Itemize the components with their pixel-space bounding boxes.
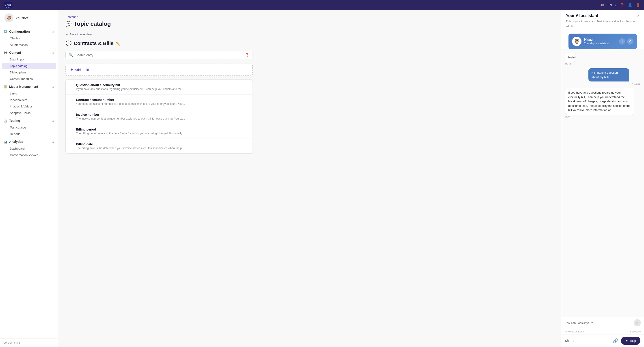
chat-bubble-assistant: If you have any questions regarding your…: [565, 88, 634, 115]
help-icon[interactable]: ❓: [620, 3, 624, 7]
share-link-icon[interactable]: 🔗: [613, 338, 618, 344]
topic-item[interactable]: ⣿ Invoice number The invoice number is a…: [66, 109, 253, 124]
chevron-icon: ›: [615, 3, 616, 6]
topic-catalog-icon: 💬: [66, 21, 72, 27]
chat-bot-subtitle: Your digital assistant: [584, 42, 616, 45]
logo[interactable]: K AUZ aiStudio: [4, 2, 12, 8]
chevron-down-icon-content: ▲: [52, 51, 54, 54]
chat-message-assistant: If you have any questions regarding your…: [565, 88, 640, 118]
topic-description: Your contract account number is a unique…: [76, 102, 248, 105]
topic-item[interactable]: ⣿ Contract account number Your contract …: [66, 94, 253, 109]
nav-item-ai-interaction[interactable]: AI Interaction: [0, 42, 58, 48]
nav-item-dashboard[interactable]: Dashboard: [0, 145, 58, 152]
language-label[interactable]: EN: [608, 3, 612, 7]
nav-item-adaptive-cards[interactable]: Adaptive Cards: [0, 110, 58, 116]
nav-item-data-import[interactable]: Data import: [0, 56, 58, 63]
topic-item[interactable]: ⣿ Billing date The billing date is the d…: [66, 139, 253, 154]
send-button[interactable]: ➤: [634, 319, 641, 327]
chat-message-hello: Hello! 15:17: [565, 53, 640, 66]
nav-section-header-testing[interactable]: 🔬 Testing ▲: [0, 117, 58, 124]
topic-description: The invoice number is a unique number as…: [76, 117, 248, 120]
feedback-link[interactable]: Feedback: [630, 330, 641, 333]
nav-section-analytics: 📊 Analytics ▲ Dashboard Conversation-Vie…: [0, 138, 58, 158]
help-button[interactable]: ✦ Help: [621, 337, 640, 345]
flask-icon: 🔬: [4, 119, 8, 122]
version-label: Version: 6.3.3: [4, 341, 20, 344]
main-content: Content / 💬 Topic catalog ← Back to over…: [58, 0, 561, 347]
nav-item-links[interactable]: Links: [0, 90, 58, 97]
bot-name: kauzbot: [16, 16, 28, 20]
chat-time-hello: 15:17: [565, 63, 579, 66]
arrow-left-icon: ←: [66, 33, 68, 36]
nav-item-placeholders[interactable]: Placeholders: [0, 97, 58, 103]
ai-panel-header: Your AI assistant × This is your AI assi…: [561, 10, 644, 31]
nav-item-dialog-plans[interactable]: Dialog plans: [0, 69, 58, 76]
sidebar-brand: 🦉 kauzbot: [0, 10, 58, 26]
topic-description: If you have any questions regarding your…: [76, 87, 248, 91]
gear-icon: ⚙️: [4, 30, 8, 33]
nav-section-header-configuration[interactable]: ⚙️ Configuration ▲: [0, 28, 58, 35]
search-input[interactable]: [76, 53, 243, 57]
chat-input[interactable]: [564, 321, 632, 325]
edit-icon[interactable]: ✏️: [116, 41, 120, 46]
chat-bot-name: Kauz: [584, 38, 616, 42]
nav-item-images-videos[interactable]: Images & Videos: [0, 103, 58, 110]
topic-item[interactable]: ⣿ Question about electricity bill If you…: [66, 79, 253, 94]
profile-icon[interactable]: 👤: [628, 3, 632, 7]
ai-panel-description: This is your AI assistant. Test it here …: [566, 19, 640, 28]
nav-item-test-catalog[interactable]: Test catalog: [0, 124, 58, 131]
breadcrumb-content[interactable]: Content: [66, 15, 76, 18]
drag-handle-icon: ⣿: [70, 128, 73, 132]
topic-content: Invoice number The invoice number is a u…: [76, 113, 248, 120]
chat-body: Hello! 15:17 Hi! i have a question about…: [561, 49, 644, 317]
language-selector[interactable]: 🇬🇧: [600, 3, 604, 7]
nav-item-topic-catalog[interactable]: Topic catalog: [2, 63, 56, 69]
topic-name: Contract account number: [76, 98, 248, 102]
star-icon: ✦: [626, 339, 628, 343]
breadcrumb-separator: /: [77, 15, 78, 18]
svg-text:aiStudio: aiStudio: [4, 6, 11, 8]
chat-bot-info: Kauz Your digital assistant: [584, 38, 616, 45]
topbar-actions: 🇬🇧 EN › ❓ 👤 🚪: [600, 3, 640, 7]
add-topic-button[interactable]: + Add topic: [66, 64, 253, 76]
image-icon: 🖼️: [4, 85, 8, 88]
topic-description: The billing date is the date when your i…: [76, 147, 248, 150]
ai-panel-title: Your AI assistant: [566, 13, 598, 18]
chat-time-user: ✓ 15:25: [588, 82, 641, 85]
nav-section-header-analytics[interactable]: 📊 Analytics ▲: [0, 138, 58, 145]
chat-message-user: Hi! i have a question about my bills. ✓ …: [565, 68, 640, 85]
nav-item-conversation-viewer[interactable]: Conversation-Viewer: [0, 152, 58, 158]
breadcrumb: Content /: [66, 15, 253, 18]
chat-header: 🦉 Kauz Your digital assistant ℹ ↺: [568, 33, 637, 49]
powered-by-label: Powered by Kauz: [564, 330, 584, 333]
search-help-icon[interactable]: ❓: [245, 53, 250, 57]
back-to-overview[interactable]: ← Back to overview: [66, 33, 253, 36]
nav-section-header-content[interactable]: 💬 Content ▲: [0, 49, 58, 56]
search-icon: 🔍: [69, 53, 73, 57]
topic-name: Question about electricity bill: [76, 83, 248, 87]
topic-content: Contract account number Your contract ac…: [76, 98, 248, 105]
chat-refresh-button[interactable]: ↺: [627, 38, 633, 44]
nav-section-testing: 🔬 Testing ▲ Test catalog Reports: [0, 117, 58, 137]
topic-name: Invoice number: [76, 113, 248, 116]
sidebar-nav: ⚙️ Configuration ▲ Chatbot AI Interactio…: [0, 26, 58, 338]
nav-section-header-media[interactable]: 🖼️ Media Management ▲: [0, 83, 58, 90]
drag-handle-icon: ⣿: [70, 98, 73, 103]
topbar: K AUZ aiStudio 🇬🇧 EN › ❓ 👤 🚪: [0, 0, 644, 10]
chevron-down-icon-analytics: ▲: [52, 140, 54, 143]
topic-content: Billing date The billing date is the dat…: [76, 142, 248, 150]
topic-item[interactable]: ⣿ Billing period The billing period refe…: [66, 124, 253, 139]
checkmark-icon: ✓: [632, 82, 634, 85]
chat-input-row: ➤: [561, 317, 644, 329]
sidebar: 🦉 kauzbot ⚙️ Configuration ▲ Chatbot AI …: [0, 0, 58, 347]
nav-item-reports[interactable]: Reports: [0, 131, 58, 137]
nav-item-chatbot[interactable]: Chatbot: [0, 35, 58, 42]
nav-item-content-modules[interactable]: Content modules: [0, 76, 58, 82]
chat-info-button[interactable]: ℹ: [619, 38, 625, 44]
share-label: Share:: [565, 339, 574, 343]
close-panel-button[interactable]: ×: [637, 13, 640, 18]
logout-icon[interactable]: 🚪: [636, 3, 640, 7]
drag-handle-icon: ⣿: [70, 84, 73, 88]
share-row: Share: 🔗 ✦ Help: [565, 337, 640, 345]
topic-name: Billing period: [76, 128, 248, 131]
